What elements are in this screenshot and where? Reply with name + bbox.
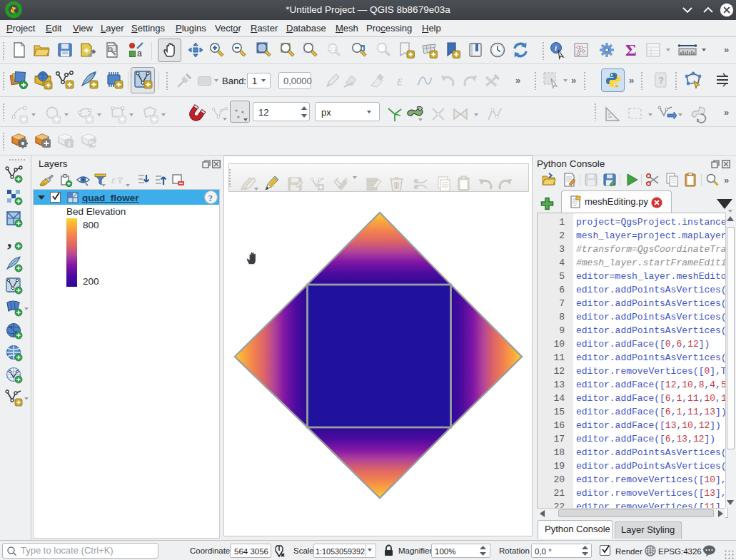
svg-text:a: a — [137, 49, 142, 58]
svg-text:ε: ε — [397, 73, 403, 88]
svg-text:1:1: 1:1 — [330, 46, 337, 51]
svg-text:,: , — [7, 230, 12, 251]
svg-text:ε: ε — [111, 175, 116, 185]
svg-text:?: ? — [658, 75, 664, 86]
svg-text:Σ: Σ — [625, 41, 637, 59]
svg-text:i: i — [69, 140, 71, 148]
svg-text:?: ? — [208, 193, 213, 203]
